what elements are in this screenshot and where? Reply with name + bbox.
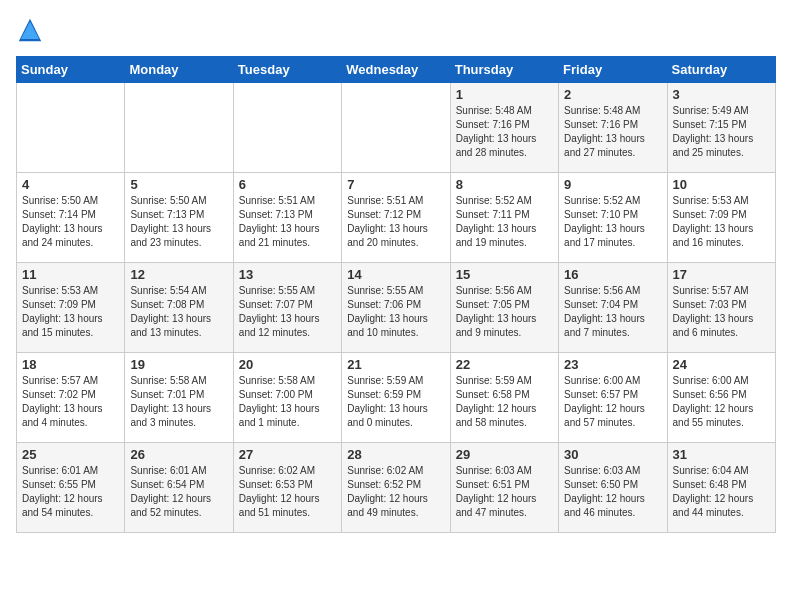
- calendar-cell: 24Sunrise: 6:00 AM Sunset: 6:56 PM Dayli…: [667, 353, 775, 443]
- calendar-cell: 31Sunrise: 6:04 AM Sunset: 6:48 PM Dayli…: [667, 443, 775, 533]
- day-number: 25: [22, 447, 119, 462]
- day-number: 1: [456, 87, 553, 102]
- header-saturday: Saturday: [667, 57, 775, 83]
- calendar-cell: 25Sunrise: 6:01 AM Sunset: 6:55 PM Dayli…: [17, 443, 125, 533]
- day-number: 29: [456, 447, 553, 462]
- day-number: 20: [239, 357, 336, 372]
- calendar-cell: 30Sunrise: 6:03 AM Sunset: 6:50 PM Dayli…: [559, 443, 667, 533]
- calendar-cell: 18Sunrise: 5:57 AM Sunset: 7:02 PM Dayli…: [17, 353, 125, 443]
- day-number: 8: [456, 177, 553, 192]
- calendar-cell: 7Sunrise: 5:51 AM Sunset: 7:12 PM Daylig…: [342, 173, 450, 263]
- cell-content: Sunrise: 6:01 AM Sunset: 6:54 PM Dayligh…: [130, 464, 227, 520]
- week-row-1: 4Sunrise: 5:50 AM Sunset: 7:14 PM Daylig…: [17, 173, 776, 263]
- cell-content: Sunrise: 5:52 AM Sunset: 7:10 PM Dayligh…: [564, 194, 661, 250]
- cell-content: Sunrise: 5:57 AM Sunset: 7:03 PM Dayligh…: [673, 284, 770, 340]
- cell-content: Sunrise: 5:49 AM Sunset: 7:15 PM Dayligh…: [673, 104, 770, 160]
- calendar-cell: 8Sunrise: 5:52 AM Sunset: 7:11 PM Daylig…: [450, 173, 558, 263]
- week-row-0: 1Sunrise: 5:48 AM Sunset: 7:16 PM Daylig…: [17, 83, 776, 173]
- week-row-4: 25Sunrise: 6:01 AM Sunset: 6:55 PM Dayli…: [17, 443, 776, 533]
- calendar-cell: 2Sunrise: 5:48 AM Sunset: 7:16 PM Daylig…: [559, 83, 667, 173]
- cell-content: Sunrise: 5:55 AM Sunset: 7:06 PM Dayligh…: [347, 284, 444, 340]
- calendar-cell: [125, 83, 233, 173]
- calendar-cell: 11Sunrise: 5:53 AM Sunset: 7:09 PM Dayli…: [17, 263, 125, 353]
- day-number: 18: [22, 357, 119, 372]
- calendar-cell: 3Sunrise: 5:49 AM Sunset: 7:15 PM Daylig…: [667, 83, 775, 173]
- day-number: 30: [564, 447, 661, 462]
- day-number: 22: [456, 357, 553, 372]
- day-number: 19: [130, 357, 227, 372]
- header-tuesday: Tuesday: [233, 57, 341, 83]
- cell-content: Sunrise: 5:59 AM Sunset: 6:59 PM Dayligh…: [347, 374, 444, 430]
- cell-content: Sunrise: 6:03 AM Sunset: 6:51 PM Dayligh…: [456, 464, 553, 520]
- calendar-cell: 4Sunrise: 5:50 AM Sunset: 7:14 PM Daylig…: [17, 173, 125, 263]
- calendar-cell: 28Sunrise: 6:02 AM Sunset: 6:52 PM Dayli…: [342, 443, 450, 533]
- day-number: 24: [673, 357, 770, 372]
- header-wednesday: Wednesday: [342, 57, 450, 83]
- calendar-cell: 9Sunrise: 5:52 AM Sunset: 7:10 PM Daylig…: [559, 173, 667, 263]
- day-number: 9: [564, 177, 661, 192]
- cell-content: Sunrise: 5:51 AM Sunset: 7:12 PM Dayligh…: [347, 194, 444, 250]
- header-thursday: Thursday: [450, 57, 558, 83]
- calendar-cell: 22Sunrise: 5:59 AM Sunset: 6:58 PM Dayli…: [450, 353, 558, 443]
- cell-content: Sunrise: 5:50 AM Sunset: 7:14 PM Dayligh…: [22, 194, 119, 250]
- calendar-cell: 16Sunrise: 5:56 AM Sunset: 7:04 PM Dayli…: [559, 263, 667, 353]
- calendar-cell: 27Sunrise: 6:02 AM Sunset: 6:53 PM Dayli…: [233, 443, 341, 533]
- calendar-cell: 12Sunrise: 5:54 AM Sunset: 7:08 PM Dayli…: [125, 263, 233, 353]
- day-number: 31: [673, 447, 770, 462]
- calendar-cell: [342, 83, 450, 173]
- day-number: 26: [130, 447, 227, 462]
- day-number: 28: [347, 447, 444, 462]
- cell-content: Sunrise: 5:59 AM Sunset: 6:58 PM Dayligh…: [456, 374, 553, 430]
- cell-content: Sunrise: 5:48 AM Sunset: 7:16 PM Dayligh…: [564, 104, 661, 160]
- cell-content: Sunrise: 5:54 AM Sunset: 7:08 PM Dayligh…: [130, 284, 227, 340]
- week-row-2: 11Sunrise: 5:53 AM Sunset: 7:09 PM Dayli…: [17, 263, 776, 353]
- calendar-cell: 26Sunrise: 6:01 AM Sunset: 6:54 PM Dayli…: [125, 443, 233, 533]
- day-number: 23: [564, 357, 661, 372]
- calendar-cell: 21Sunrise: 5:59 AM Sunset: 6:59 PM Dayli…: [342, 353, 450, 443]
- header-sunday: Sunday: [17, 57, 125, 83]
- day-number: 27: [239, 447, 336, 462]
- day-number: 17: [673, 267, 770, 282]
- calendar-cell: 10Sunrise: 5:53 AM Sunset: 7:09 PM Dayli…: [667, 173, 775, 263]
- cell-content: Sunrise: 5:51 AM Sunset: 7:13 PM Dayligh…: [239, 194, 336, 250]
- logo-icon: [16, 16, 44, 44]
- cell-content: Sunrise: 5:53 AM Sunset: 7:09 PM Dayligh…: [673, 194, 770, 250]
- day-number: 3: [673, 87, 770, 102]
- header-friday: Friday: [559, 57, 667, 83]
- cell-content: Sunrise: 6:01 AM Sunset: 6:55 PM Dayligh…: [22, 464, 119, 520]
- cell-content: Sunrise: 6:02 AM Sunset: 6:53 PM Dayligh…: [239, 464, 336, 520]
- cell-content: Sunrise: 5:55 AM Sunset: 7:07 PM Dayligh…: [239, 284, 336, 340]
- day-number: 10: [673, 177, 770, 192]
- cell-content: Sunrise: 6:00 AM Sunset: 6:57 PM Dayligh…: [564, 374, 661, 430]
- calendar-cell: 13Sunrise: 5:55 AM Sunset: 7:07 PM Dayli…: [233, 263, 341, 353]
- calendar-cell: 15Sunrise: 5:56 AM Sunset: 7:05 PM Dayli…: [450, 263, 558, 353]
- cell-content: Sunrise: 6:03 AM Sunset: 6:50 PM Dayligh…: [564, 464, 661, 520]
- cell-content: Sunrise: 5:58 AM Sunset: 7:01 PM Dayligh…: [130, 374, 227, 430]
- page-header: [16, 16, 776, 44]
- calendar-cell: 29Sunrise: 6:03 AM Sunset: 6:51 PM Dayli…: [450, 443, 558, 533]
- day-number: 2: [564, 87, 661, 102]
- cell-content: Sunrise: 5:57 AM Sunset: 7:02 PM Dayligh…: [22, 374, 119, 430]
- header-monday: Monday: [125, 57, 233, 83]
- calendar-cell: 5Sunrise: 5:50 AM Sunset: 7:13 PM Daylig…: [125, 173, 233, 263]
- cell-content: Sunrise: 6:02 AM Sunset: 6:52 PM Dayligh…: [347, 464, 444, 520]
- calendar-cell: 14Sunrise: 5:55 AM Sunset: 7:06 PM Dayli…: [342, 263, 450, 353]
- svg-marker-1: [21, 22, 39, 39]
- cell-content: Sunrise: 5:53 AM Sunset: 7:09 PM Dayligh…: [22, 284, 119, 340]
- day-number: 5: [130, 177, 227, 192]
- calendar-cell: 1Sunrise: 5:48 AM Sunset: 7:16 PM Daylig…: [450, 83, 558, 173]
- day-number: 14: [347, 267, 444, 282]
- cell-content: Sunrise: 5:48 AM Sunset: 7:16 PM Dayligh…: [456, 104, 553, 160]
- calendar-cell: 23Sunrise: 6:00 AM Sunset: 6:57 PM Dayli…: [559, 353, 667, 443]
- calendar-table: SundayMondayTuesdayWednesdayThursdayFrid…: [16, 56, 776, 533]
- day-number: 11: [22, 267, 119, 282]
- calendar-cell: [233, 83, 341, 173]
- cell-content: Sunrise: 6:04 AM Sunset: 6:48 PM Dayligh…: [673, 464, 770, 520]
- day-number: 16: [564, 267, 661, 282]
- day-number: 12: [130, 267, 227, 282]
- day-number: 4: [22, 177, 119, 192]
- cell-content: Sunrise: 6:00 AM Sunset: 6:56 PM Dayligh…: [673, 374, 770, 430]
- cell-content: Sunrise: 5:58 AM Sunset: 7:00 PM Dayligh…: [239, 374, 336, 430]
- day-number: 7: [347, 177, 444, 192]
- logo: [16, 16, 48, 44]
